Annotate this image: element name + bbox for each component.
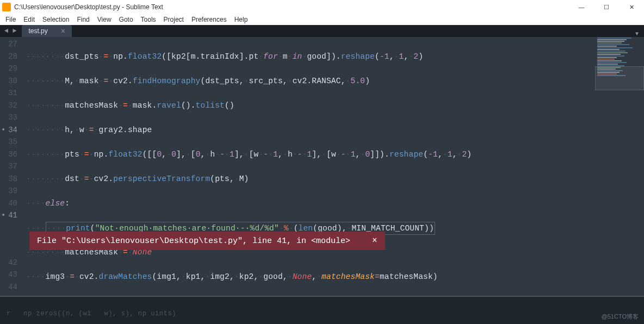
menu-preferences[interactable]: Preferences <box>188 15 230 24</box>
tab-close-icon[interactable]: × <box>61 27 65 35</box>
tabbar: test.py × ▼ <box>18 25 642 37</box>
menu-tools[interactable]: Tools <box>138 15 159 24</box>
minimap[interactable] <box>595 37 644 302</box>
window-controls: — ☐ ✕ <box>569 0 644 14</box>
menu-edit[interactable]: Edit <box>20 15 38 24</box>
tab-toolbar: ◄ ► test.py × ▼ <box>0 25 644 37</box>
error-inline-text: File "C:\Users\lenovouser\Desktop\test.p… <box>37 236 350 246</box>
tab-label: test.py <box>28 27 47 35</box>
error-inline-tooltip: File "C:\Users\lenovouser\Desktop\test.p… <box>29 232 385 250</box>
console-overflow-line: r np zeros((n, (wi w), s), np uints) <box>3 310 641 317</box>
menu-selection[interactable]: Selection <box>39 15 72 24</box>
window-title: C:\Users\lenovouser\Desktop\test.py - Su… <box>14 3 163 11</box>
menu-project[interactable]: Project <box>160 15 187 24</box>
menu-goto[interactable]: Goto <box>116 15 137 24</box>
menubar: File Edit Selection Find View Goto Tools… <box>0 14 644 25</box>
nav-back-icon[interactable]: ◄ <box>2 27 10 35</box>
line-gutter: 27282930 31323334 35363738 394041 424344… <box>0 37 23 302</box>
menu-file[interactable]: File <box>2 15 19 24</box>
window-titlebar: C:\Users\lenovouser\Desktop\test.py - Su… <box>0 0 644 14</box>
minimize-button[interactable]: — <box>569 0 594 14</box>
tab-testpy[interactable]: test.py × <box>22 25 72 37</box>
tab-dropdown-icon[interactable]: ▼ <box>632 31 642 37</box>
code-view[interactable]: ········dst_pts·=·np.float32([kp2[m.trai… <box>23 37 595 302</box>
error-close-icon[interactable]: × <box>372 236 377 246</box>
maximize-button[interactable]: ☐ <box>594 0 619 14</box>
close-window-button[interactable]: ✕ <box>619 0 644 14</box>
menu-find[interactable]: Find <box>73 15 92 24</box>
build-output-panel[interactable]: r np zeros((n, (wi w), s), np uints) Typ… <box>0 296 644 324</box>
app-icon <box>2 3 11 11</box>
menu-help[interactable]: Help <box>231 15 251 24</box>
nav-forward-icon[interactable]: ► <box>10 27 18 35</box>
editor[interactable]: 27282930 31323334 35363738 394041 424344… <box>0 37 644 302</box>
menu-view[interactable]: View <box>94 15 115 24</box>
watermark-text: @51CTO博客 <box>602 313 639 321</box>
